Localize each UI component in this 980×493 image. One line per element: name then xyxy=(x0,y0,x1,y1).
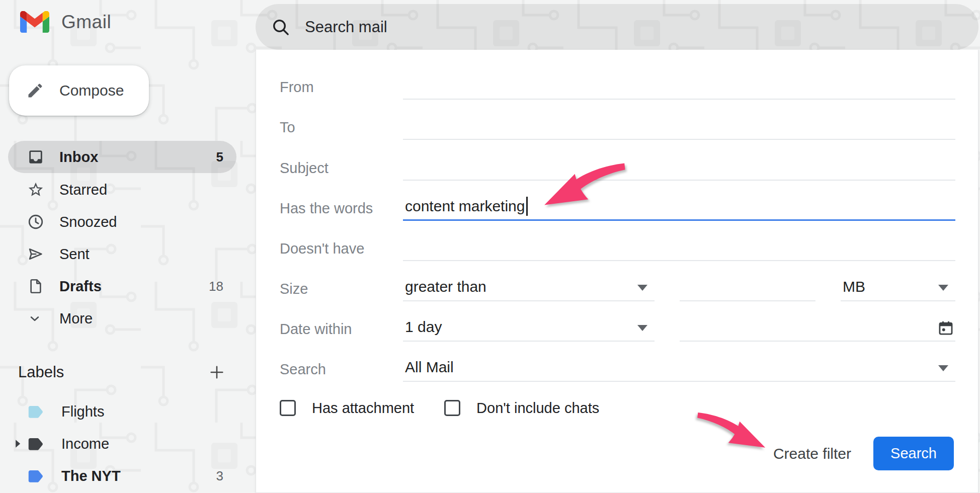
subject-label: Subject xyxy=(280,160,403,181)
sidebar-label-the-nyt[interactable]: The NYT 3 xyxy=(8,461,236,491)
from-input[interactable] xyxy=(403,72,955,100)
doesnt-have-input[interactable] xyxy=(403,234,955,261)
dont-include-chats-label: Don't include chats xyxy=(476,400,599,417)
search-filter-panel: From To Subject Has the words content ma… xyxy=(256,50,978,493)
date-range-select[interactable]: 1 day xyxy=(403,314,655,342)
search-scope-label: Search xyxy=(280,361,403,382)
search-scope-select[interactable]: All Mail xyxy=(403,355,955,382)
gmail-logo[interactable]: Gmail xyxy=(20,11,111,33)
has-attachment-checkbox[interactable] xyxy=(280,400,296,416)
label-tag-icon xyxy=(26,468,45,484)
gmail-wordmark: Gmail xyxy=(61,12,111,33)
inbox-icon xyxy=(27,148,44,166)
calendar-icon[interactable] xyxy=(937,319,954,337)
has-the-words-input[interactable]: content marketing xyxy=(403,194,955,221)
sidebar-item-label: More xyxy=(59,310,223,327)
sidebar-item-more[interactable]: More xyxy=(8,302,236,335)
annotation-arrow-has-words xyxy=(537,159,626,208)
subject-input[interactable] xyxy=(403,153,955,181)
sidebar-item-label: Starred xyxy=(59,182,223,198)
star-icon xyxy=(27,181,44,198)
size-unit-select[interactable]: MB xyxy=(841,274,955,301)
search-placeholder: Search mail xyxy=(305,18,387,36)
sidebar-item-drafts[interactable]: Drafts 18 xyxy=(8,270,236,302)
label-name: The NYT xyxy=(61,468,216,484)
has-the-words-value: content marketing xyxy=(405,198,525,215)
sidebar-label-flights[interactable]: Flights xyxy=(8,396,236,427)
nyt-count-badge: 3 xyxy=(216,468,223,484)
create-filter-button[interactable]: Create filter xyxy=(773,445,851,462)
has-attachment-label: Has attachment xyxy=(312,400,414,417)
text-cursor xyxy=(526,197,528,216)
pencil-icon xyxy=(26,81,44,100)
search-icon xyxy=(271,17,291,37)
gmail-m-icon xyxy=(20,11,49,33)
size-amount-input[interactable] xyxy=(680,274,815,301)
compose-button[interactable]: Compose xyxy=(9,65,149,116)
label-tag-icon xyxy=(26,436,45,452)
clock-icon xyxy=(27,213,44,230)
sidebar: Gmail Compose Inbox 5 Starred Snoozed xyxy=(0,0,254,493)
date-within-label: Date within xyxy=(280,321,403,342)
search-button[interactable]: Search xyxy=(873,437,954,470)
sidebar-item-label: Snoozed xyxy=(59,214,223,230)
label-tag-icon xyxy=(26,403,45,420)
to-label: To xyxy=(280,119,403,140)
date-input[interactable] xyxy=(680,314,955,342)
label-name: Flights xyxy=(61,403,223,420)
from-label: From xyxy=(280,79,403,100)
sidebar-item-snoozed[interactable]: Snoozed xyxy=(8,206,236,238)
sidebar-label-income[interactable]: Income xyxy=(8,429,236,459)
size-comparator-select[interactable]: greater than xyxy=(403,274,655,301)
dropdown-arrow-icon xyxy=(637,285,647,291)
search-mail-bar[interactable]: Search mail xyxy=(256,4,978,50)
sidebar-item-label: Drafts xyxy=(59,278,209,295)
add-label-plus-icon[interactable] xyxy=(208,364,225,381)
to-input[interactable] xyxy=(403,113,955,140)
sidebar-item-sent[interactable]: Sent xyxy=(8,238,236,270)
dropdown-arrow-icon xyxy=(637,325,647,331)
label-name: Income xyxy=(61,436,223,452)
document-icon xyxy=(27,278,44,295)
sidebar-item-label: Inbox xyxy=(59,149,216,166)
dont-include-chats-checkbox[interactable] xyxy=(444,400,460,416)
chevron-down-icon xyxy=(27,311,44,326)
annotation-arrow-create-filter xyxy=(697,404,771,455)
drafts-count-badge: 18 xyxy=(209,279,223,294)
inbox-count-badge: 5 xyxy=(216,149,223,165)
send-icon xyxy=(27,245,44,263)
dropdown-arrow-icon xyxy=(938,365,948,371)
sidebar-item-starred[interactable]: Starred xyxy=(8,174,236,206)
sidebar-item-inbox[interactable]: Inbox 5 xyxy=(8,141,236,173)
has-the-words-label: Has the words xyxy=(280,200,403,221)
dropdown-arrow-icon xyxy=(938,285,948,291)
size-label: Size xyxy=(280,281,403,301)
compose-label: Compose xyxy=(59,82,124,99)
doesnt-have-label: Doesn't have xyxy=(280,240,403,261)
sidebar-item-label: Sent xyxy=(59,246,223,263)
labels-section-title: Labels xyxy=(18,363,208,381)
expand-arrow-icon[interactable] xyxy=(14,439,21,448)
